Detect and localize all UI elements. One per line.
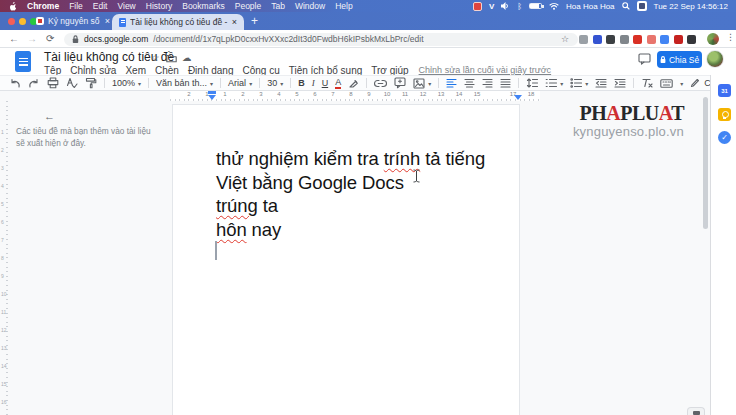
volume-icon[interactable] xyxy=(501,2,510,10)
unikey-input-indicator[interactable]: V xyxy=(489,2,494,11)
tab2-close-icon[interactable]: × xyxy=(232,18,237,27)
extension-icon[interactable] xyxy=(660,35,669,44)
bookmark-star-icon[interactable]: ☆ xyxy=(561,34,569,44)
spotlight-search-icon[interactable] xyxy=(622,2,630,10)
menubar-menu-item[interactable]: View xyxy=(117,1,135,11)
font-size-select[interactable]: 30▾ xyxy=(267,78,283,88)
insert-image-button[interactable]: ▾ xyxy=(413,78,431,89)
menubar-menu-item[interactable]: Edit xyxy=(93,1,108,11)
menubar-menu-item[interactable]: Window xyxy=(295,1,325,11)
apple-icon[interactable] xyxy=(8,1,17,11)
screen-record-icon[interactable] xyxy=(473,2,482,11)
document-page[interactable]: thử nghiệm kiểm tra trính tả tiếng Việt … xyxy=(172,104,520,415)
document-text[interactable]: thử nghiệm kiểm tra trính tả tiếng Việt … xyxy=(216,147,506,241)
extension-icon[interactable] xyxy=(593,35,602,44)
numbered-list-button[interactable]: ▾ xyxy=(545,78,563,88)
url-omnibox[interactable]: docs.google.com/document/d/1x7qLpkD0cxxH… xyxy=(64,33,578,46)
menubar-app-name[interactable]: Chrome xyxy=(27,1,59,11)
docs-menu-item[interactable]: Tiện ích bổ sung xyxy=(289,65,363,76)
calendar-icon[interactable]: 31 xyxy=(718,84,731,97)
input-tools-button[interactable] xyxy=(660,79,673,88)
redo-icon[interactable] xyxy=(28,78,40,89)
menubar-menu-item[interactable]: Tab xyxy=(271,1,285,11)
docs-menu-item[interactable]: Công cụ xyxy=(242,65,279,76)
extension-icon[interactable] xyxy=(620,35,629,44)
docs-menu-item[interactable]: Xem xyxy=(125,65,146,76)
tasks-icon[interactable]: ✓ xyxy=(718,131,731,144)
wifi-icon[interactable] xyxy=(549,2,559,10)
docs-menu-item[interactable]: Chèn xyxy=(155,65,179,76)
tab1-close-icon[interactable]: × xyxy=(105,17,110,26)
text-color-button[interactable]: A xyxy=(335,78,341,89)
highlight-color-icon[interactable] xyxy=(348,78,359,89)
docs-menu-item[interactable]: Chỉnh sửa xyxy=(70,65,116,76)
window-minimize-button[interactable] xyxy=(19,18,26,25)
vertical-scrollbar[interactable] xyxy=(703,97,708,229)
google-docs-logo[interactable] xyxy=(15,51,31,72)
align-left-button[interactable] xyxy=(446,78,457,88)
align-center-button[interactable] xyxy=(464,78,475,88)
last-edit-link[interactable]: Chỉnh sửa lần cuối vài giây trước xyxy=(419,65,552,75)
reload-button[interactable]: ⟳ xyxy=(46,33,54,44)
underline-button[interactable]: U xyxy=(322,78,329,88)
vertical-ruler[interactable]: 12345678910111213141516 xyxy=(0,101,8,415)
horizontal-ruler[interactable]: 211234567891011121314151718 xyxy=(0,91,710,101)
back-button[interactable]: ← xyxy=(9,33,19,44)
menubar-clock[interactable]: Tue 22 Sep 14:56:12 xyxy=(654,2,728,11)
keep-icon[interactable] xyxy=(718,108,731,121)
increase-indent-button[interactable] xyxy=(614,78,626,88)
paint-format-icon[interactable] xyxy=(85,77,97,89)
cloud-saved-icon[interactable]: ☁ xyxy=(182,52,192,63)
menubar-menu-item[interactable]: People xyxy=(235,1,261,11)
bulleted-list-button[interactable]: ▾ xyxy=(570,78,588,88)
star-document-icon[interactable]: ☆ xyxy=(151,52,160,63)
justify-button[interactable] xyxy=(500,78,511,88)
chrome-menu-icon[interactable]: ⋮ xyxy=(726,32,735,42)
menubar-menu-item[interactable]: Help xyxy=(335,1,352,11)
decrease-indent-button[interactable] xyxy=(595,78,607,88)
clear-formatting-button[interactable] xyxy=(641,78,653,88)
new-tab-button[interactable]: + xyxy=(251,14,258,28)
add-comment-icon[interactable] xyxy=(394,77,406,89)
bold-button[interactable]: B xyxy=(298,78,305,88)
vruler-number: 11 xyxy=(1,309,6,315)
extension-icon[interactable] xyxy=(606,35,615,44)
tab-google-docs-active[interactable]: Tài liệu không có tiêu đề - Go... × xyxy=(112,14,244,30)
extension-icon[interactable] xyxy=(674,35,683,44)
share-button[interactable]: Chia Sẻ xyxy=(657,51,702,68)
menubar-menu-item[interactable]: History xyxy=(146,1,172,11)
bluetooth-icon[interactable]: ᛒ xyxy=(517,2,522,11)
insert-link-icon[interactable] xyxy=(374,79,387,88)
spellcheck-icon[interactable] xyxy=(66,77,78,89)
tab-kynguyenso[interactable]: Kỷ nguyên số | Chuyên mục C... × xyxy=(36,12,110,30)
extension-icon[interactable] xyxy=(579,35,588,44)
undo-icon[interactable] xyxy=(9,78,21,89)
input-source-icon[interactable] xyxy=(637,1,647,11)
docs-menu-item[interactable]: Tệp xyxy=(44,65,61,76)
forward-button[interactable]: → xyxy=(27,33,37,44)
account-avatar[interactable] xyxy=(706,50,724,68)
chrome-profile-avatar[interactable] xyxy=(707,33,719,45)
extension-icon[interactable] xyxy=(633,35,642,44)
line-spacing-button[interactable] xyxy=(526,78,538,88)
menubar-menu-item[interactable]: Bookmarks xyxy=(182,1,225,11)
explore-button-partial[interactable] xyxy=(687,407,705,415)
input-tools-caret[interactable]: ▾ xyxy=(680,80,683,87)
italic-button[interactable]: I xyxy=(312,78,315,88)
menubar-username[interactable]: Hoa Hoa Hoa xyxy=(566,2,614,11)
docs-menu-item[interactable]: Trợ giúp xyxy=(371,65,408,76)
extension-icon[interactable] xyxy=(687,35,696,44)
print-icon[interactable] xyxy=(47,77,59,89)
align-right-button[interactable] xyxy=(482,78,493,88)
open-comments-icon[interactable] xyxy=(638,53,651,65)
docs-menu-item[interactable]: Định dạng xyxy=(188,65,234,76)
window-close-button[interactable] xyxy=(8,18,15,25)
menubar-menu-item[interactable]: File xyxy=(69,1,83,11)
move-folder-icon[interactable] xyxy=(166,54,177,63)
font-select[interactable]: Arial▾ xyxy=(228,78,252,88)
first-line-indent-marker[interactable] xyxy=(208,91,216,94)
zoom-select[interactable]: 100%▾ xyxy=(112,78,141,88)
paragraph-style-select[interactable]: Văn bản th...▾ xyxy=(156,78,213,88)
close-outline-button[interactable]: ← xyxy=(44,110,55,122)
extension-icon[interactable] xyxy=(647,35,656,44)
